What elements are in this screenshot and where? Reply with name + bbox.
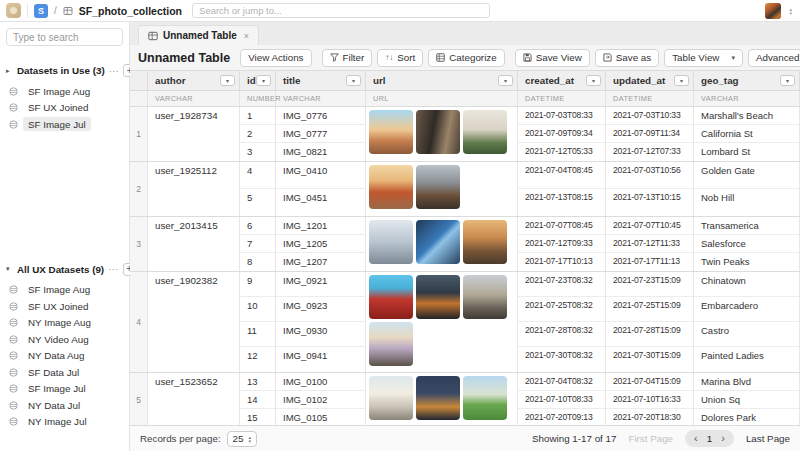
cell-id[interactable]: 12 bbox=[240, 347, 275, 372]
column-header-author[interactable]: author▾ bbox=[148, 71, 240, 90]
cell-updated_at[interactable]: 2021-07-10T16:33 bbox=[606, 391, 693, 409]
column-header-title[interactable]: title▾ bbox=[276, 71, 366, 90]
view-actions-button[interactable]: View Actions bbox=[240, 49, 311, 67]
cell-id[interactable]: 4 bbox=[240, 162, 275, 189]
cell-geo_tag[interactable]: Salesforce bbox=[694, 235, 799, 253]
cell-title[interactable]: IMG_0930 bbox=[276, 322, 365, 347]
cell-id[interactable]: 1 bbox=[240, 107, 275, 125]
cell-geo_tag[interactable]: Lombard St bbox=[694, 143, 799, 161]
sidebar-section-header[interactable]: ▸Datasets in Use (3)···+ bbox=[6, 62, 123, 79]
cell-url-thumbnails[interactable] bbox=[366, 217, 518, 271]
cell-author[interactable]: user_1902382 bbox=[148, 272, 240, 372]
cell-geo_tag[interactable]: Golden Gate bbox=[694, 162, 799, 189]
market-street-tram-photo[interactable] bbox=[416, 275, 460, 319]
white-houses-garden-photo[interactable] bbox=[463, 110, 507, 154]
column-menu-button[interactable]: ▾ bbox=[674, 75, 689, 86]
cell-title[interactable]: IMG_0451 bbox=[276, 189, 365, 216]
cell-title[interactable]: IMG_0102 bbox=[276, 391, 365, 409]
save-as-button[interactable]: Save as bbox=[595, 49, 659, 67]
cell-geo_tag[interactable]: Marshall's Beach bbox=[694, 107, 799, 125]
sidebar-item-sf-image-jul[interactable]: SF Image Jul bbox=[6, 116, 123, 133]
cell-geo_tag[interactable]: Union Sq bbox=[694, 391, 799, 409]
cell-geo_tag[interactable]: Twin Peaks bbox=[694, 253, 799, 271]
cell-created_at[interactable]: 2021-07-30T08:32 bbox=[518, 347, 605, 372]
cell-id[interactable]: 7 bbox=[240, 235, 275, 253]
cell-geo_tag[interactable]: Castro bbox=[694, 322, 799, 347]
cell-title[interactable]: IMG_0105 bbox=[276, 409, 365, 425]
golden-gate-bridge-photo[interactable] bbox=[369, 165, 413, 209]
view-type-select[interactable]: Table View ▾ bbox=[664, 49, 743, 67]
cell-geo_tag[interactable]: Embarcadero bbox=[694, 297, 799, 322]
cell-id[interactable]: 14 bbox=[240, 391, 275, 409]
cell-title[interactable]: IMG_0941 bbox=[276, 347, 365, 372]
row-group-number[interactable]: 3 bbox=[130, 217, 148, 271]
sidebar-section-header[interactable]: ▾All UX Datasets (9)···+ bbox=[6, 261, 123, 278]
cell-geo_tag[interactable]: Marina Blvd bbox=[694, 373, 799, 391]
sidebar-item-ny-data-jul[interactable]: NY Data Jul bbox=[6, 397, 123, 414]
cell-created_at[interactable]: 2021-07-12T09:33 bbox=[518, 235, 605, 253]
column-menu-button[interactable]: ▾ bbox=[346, 75, 361, 86]
column-menu-button[interactable]: ▾ bbox=[220, 75, 235, 86]
cell-geo_tag[interactable]: Nob Hill bbox=[694, 189, 799, 216]
global-search-input[interactable] bbox=[192, 3, 490, 18]
cell-created_at[interactable]: 2021-07-09T09:34 bbox=[518, 125, 605, 143]
column-header-url[interactable]: url▾ bbox=[366, 71, 518, 90]
cell-id[interactable]: 2 bbox=[240, 125, 275, 143]
cell-author[interactable]: user_2013415 bbox=[148, 217, 240, 271]
cell-title[interactable]: IMG_0921 bbox=[276, 272, 365, 297]
cell-title[interactable]: IMG_1207 bbox=[276, 253, 365, 271]
cell-created_at[interactable]: 2021-07-23T08:32 bbox=[518, 272, 605, 297]
downtown-street-photo[interactable] bbox=[416, 110, 460, 154]
cell-created_at[interactable]: 2021-07-12T05:33 bbox=[518, 143, 605, 161]
current-page-number[interactable]: 1 bbox=[707, 433, 712, 444]
cell-id[interactable]: 10 bbox=[240, 297, 275, 322]
breadcrumb-project-name[interactable]: SF_photo_collection bbox=[79, 5, 182, 17]
cell-updated_at[interactable]: 2021-07-03T10:33 bbox=[606, 107, 693, 125]
column-header-updated_at[interactable]: updated_at▾ bbox=[606, 71, 694, 90]
cell-geo_tag[interactable]: Painted Ladies bbox=[694, 347, 799, 372]
cell-updated_at[interactable]: 2021-07-12T07:33 bbox=[606, 143, 693, 161]
cell-title[interactable]: IMG_0777 bbox=[276, 125, 365, 143]
cell-id[interactable]: 5 bbox=[240, 189, 275, 216]
user-avatar[interactable] bbox=[765, 3, 781, 19]
categorize-button[interactable]: Categorize bbox=[428, 49, 504, 67]
cell-id[interactable]: 3 bbox=[240, 143, 275, 161]
cell-created_at[interactable]: 2021-07-07T08:45 bbox=[518, 217, 605, 235]
app-logo[interactable] bbox=[6, 3, 21, 18]
advanced-actions-button[interactable]: Advanced Actions bbox=[748, 49, 800, 67]
dolores-park-photo[interactable] bbox=[463, 376, 507, 420]
cell-id[interactable]: 8 bbox=[240, 253, 275, 271]
cell-created_at[interactable]: 2021-07-17T10:13 bbox=[518, 253, 605, 271]
cell-updated_at[interactable]: 2021-07-12T11:33 bbox=[606, 235, 693, 253]
save-view-button[interactable]: Save View bbox=[515, 49, 590, 67]
cell-title[interactable]: IMG_0410 bbox=[276, 162, 365, 189]
cell-id[interactable]: 9 bbox=[240, 272, 275, 297]
cell-updated_at[interactable]: 2021-07-20T18:30 bbox=[606, 409, 693, 425]
tab-close-icon[interactable]: × bbox=[244, 31, 249, 41]
cell-title[interactable]: IMG_0821 bbox=[276, 143, 365, 161]
cell-author[interactable]: user_1925112 bbox=[148, 162, 240, 216]
cell-updated_at[interactable]: 2021-07-28T15:09 bbox=[606, 322, 693, 347]
cell-geo_tag[interactable]: Dolores Park bbox=[694, 409, 799, 425]
cell-id[interactable]: 15 bbox=[240, 409, 275, 425]
sidebar-item-sf-ux-joined[interactable]: SF UX Joined bbox=[6, 100, 123, 117]
sidebar-item-ny-video-aug[interactable]: NY Video Aug bbox=[6, 331, 123, 348]
column-header-id[interactable]: id▾ bbox=[240, 71, 276, 90]
column-menu-button[interactable]: ▾ bbox=[256, 75, 271, 86]
painted-ladies-photo[interactable] bbox=[369, 322, 413, 366]
cell-created_at[interactable]: 2021-07-03T08:33 bbox=[518, 107, 605, 125]
cell-url-thumbnails[interactable] bbox=[366, 107, 518, 161]
row-group-number[interactable]: 1 bbox=[130, 107, 148, 161]
cell-updated_at[interactable]: 2021-07-13T10:15 bbox=[606, 189, 693, 216]
cell-id[interactable]: 13 bbox=[240, 373, 275, 391]
tab-unnamed-table[interactable]: Unnamed Table × bbox=[138, 25, 259, 45]
chinatown-lanterns-photo[interactable] bbox=[369, 275, 413, 319]
cell-title[interactable]: IMG_1201 bbox=[276, 217, 365, 235]
skyscrapers-lookup-photo[interactable] bbox=[416, 220, 460, 264]
cell-author[interactable]: user_1928734 bbox=[148, 107, 240, 161]
cell-created_at[interactable]: 2021-07-28T08:32 bbox=[518, 322, 605, 347]
previous-page-icon[interactable]: ‹ bbox=[694, 433, 698, 444]
cell-title[interactable]: IMG_0923 bbox=[276, 297, 365, 322]
cell-created_at[interactable]: 2021-07-13T08:15 bbox=[518, 189, 605, 216]
last-page-button[interactable]: Last Page bbox=[746, 433, 790, 444]
